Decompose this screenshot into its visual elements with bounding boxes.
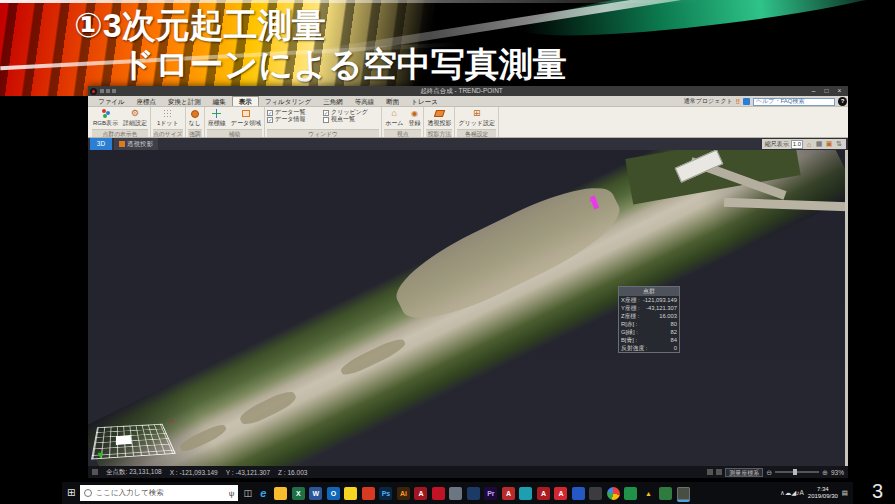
ribbon-tab-row: ファイル座標点変換と計測編集表示フィルタリング三角網等高線断面トレース 通常プロ…	[88, 96, 848, 107]
taskbar-app-icon[interactable]: Ai	[397, 487, 410, 500]
ribbon-tab[interactable]: 編集	[207, 96, 232, 106]
scale-label: 縮尺表示	[765, 140, 789, 149]
axis-marker-icon: +	[170, 418, 174, 425]
status-icon-1[interactable]	[707, 469, 713, 475]
taskbar-app-icon[interactable]	[624, 487, 637, 500]
taskbar-app-icon[interactable]: A	[502, 487, 515, 500]
taskbar-app-icon[interactable]	[607, 487, 620, 500]
notification-icon[interactable]: ▤	[842, 489, 848, 497]
status-grid-icon	[92, 469, 98, 475]
taskbar-app-icon[interactable]: A	[537, 487, 550, 500]
tooltip-title: 点群	[619, 287, 679, 296]
mic-icon[interactable]: ψ	[229, 489, 235, 498]
taskbar-app-icon[interactable]: A	[414, 487, 427, 500]
taskbar-app-icon[interactable]	[572, 487, 585, 500]
ribbon-tab[interactable]: 三角網	[317, 96, 349, 106]
ribbon-tab[interactable]: 表示	[232, 96, 259, 106]
taskbar-app-icon[interactable]	[677, 487, 690, 500]
taskbar-app-icon[interactable]: W	[309, 487, 322, 500]
zoom-slider[interactable]	[775, 471, 819, 473]
taskbar-app-icon[interactable]: O	[327, 487, 340, 500]
register-view-button[interactable]: ◉ 登録	[407, 108, 421, 127]
taskbar-search-input[interactable]: ここに入力して検索 ψ	[80, 485, 238, 501]
home-view-button[interactable]: ⌂ ホーム	[384, 108, 404, 127]
help-search-input[interactable]: ヘルプ・FAQ検索	[753, 98, 835, 106]
ribbon-tab[interactable]: 変換と計測	[162, 96, 207, 106]
dot-grid-icon	[163, 109, 172, 118]
checkbox-icon	[267, 110, 273, 116]
zoom-in-icon[interactable]: ⊕	[822, 468, 828, 477]
coordinate-lines-button[interactable]: 座標線	[207, 108, 227, 127]
window-title: 起終点合成 - TREND-POINT	[116, 86, 807, 96]
windows-taskbar: ⊞ ここに入力して検索 ψ ◫ eXWOPsAiAPrAAA▲ ∧☁◢♪A 7:…	[62, 482, 853, 504]
taskbar-app-icon[interactable]	[362, 487, 375, 500]
region-box-icon	[242, 110, 250, 117]
close-button[interactable]: ×	[833, 86, 846, 96]
vertical-scrollbar[interactable]	[845, 150, 848, 466]
view-toolbar: 縮尺表示 1.0 ⌂ ▦ ▣ ⇅	[762, 139, 846, 149]
tooltip-row: X座標 : -121,093.149	[619, 296, 679, 304]
scale-spinner[interactable]: 1.0	[791, 140, 803, 149]
home-view-icon[interactable]: ⌂	[805, 140, 813, 148]
window-panel-checkbox[interactable]: データ情報	[267, 116, 323, 123]
taskbar-app-icon[interactable]: X	[292, 487, 305, 500]
cursor-x: X : -121,093.149	[170, 469, 218, 476]
tooltip-row: Y座標 : -43,121.307	[619, 304, 679, 312]
tab-perspective[interactable]: 透視投影	[114, 138, 158, 150]
ribbon-tab[interactable]: 等高線	[349, 96, 381, 106]
title-bar: 起終点合成 - TREND-POINT – □ ×	[88, 86, 848, 96]
taskbar-clock[interactable]: 7:34 2019/09/30	[808, 486, 838, 500]
tooltip-row: 反射強度 : 0	[619, 344, 679, 352]
gear-icon: ⚙	[131, 109, 139, 118]
emphasis-none-button[interactable]: なし	[188, 108, 202, 127]
tray-icon[interactable]: A	[799, 489, 803, 496]
point-cloud-viewport[interactable]: 点群 X座標 : -121,093.149 Y座標 : -43,121.307 …	[88, 150, 848, 466]
grid-view-icon[interactable]: ▦	[815, 140, 823, 148]
rgb-dots-icon	[101, 109, 110, 118]
taskbar-app-icon[interactable]	[467, 487, 480, 500]
detail-settings-button[interactable]: ⚙ 詳細設定	[122, 108, 148, 127]
capture-view-icon[interactable]: ▣	[825, 140, 833, 148]
ribbon-tab[interactable]: 座標点	[131, 96, 163, 106]
banner-white-edge	[0, 0, 700, 3]
status-icon-2[interactable]	[716, 469, 722, 475]
window-panel-checkbox[interactable]: 視点一覧	[323, 116, 379, 123]
zoom-slider-knob[interactable]	[793, 469, 797, 475]
ribbon-tab[interactable]: トレース	[405, 96, 443, 106]
point-size-button[interactable]: 1ドット	[156, 108, 180, 127]
ribbon-tab[interactable]: 断面	[380, 96, 405, 106]
rgb-display-button[interactable]: RGB表示	[92, 108, 119, 127]
taskbar-app-icon[interactable]	[432, 487, 445, 500]
data-region-button[interactable]: データ領域	[230, 108, 262, 127]
checkbox-icon	[323, 110, 329, 116]
question-button[interactable]: ?	[838, 97, 847, 106]
license-alert-icon: !!	[736, 98, 740, 105]
taskbar-app-icon[interactable]	[659, 487, 672, 500]
taskbar-app-icon[interactable]: ▲	[642, 487, 655, 500]
taskbar-app-icon[interactable]: Ps	[379, 487, 392, 500]
maximize-button[interactable]: □	[820, 86, 833, 96]
tooltip-row: R[赤] : 80	[619, 320, 679, 328]
ribbon-tab[interactable]: ファイル	[92, 96, 131, 106]
help-icon[interactable]	[743, 98, 750, 105]
taskbar-app-icon[interactable]	[589, 487, 602, 500]
tab-3d-view[interactable]: 3D	[90, 138, 112, 150]
grid-settings-button[interactable]: ⊞ グリッド設定	[457, 108, 496, 127]
taskbar-app-icon[interactable]: A	[554, 487, 567, 500]
minimize-button[interactable]: –	[807, 86, 820, 96]
taskbar-app-icon[interactable]	[519, 487, 532, 500]
start-button[interactable]: ⊞	[67, 482, 75, 504]
taskbar-app-icon[interactable]	[449, 487, 462, 500]
taskbar-app-icon[interactable]: e	[257, 487, 270, 500]
task-view-icon[interactable]: ◫	[243, 488, 252, 498]
perspective-projection-button[interactable]: 透視投影	[426, 108, 452, 127]
taskbar-app-icon[interactable]	[344, 487, 357, 500]
view-tab-bar: 3D 透視投影 縮尺表示 1.0 ⌂ ▦ ▣ ⇅	[88, 138, 848, 150]
zoom-out-icon[interactable]: ⊖	[766, 468, 772, 477]
taskbar-app-icon[interactable]: Pr	[484, 487, 497, 500]
ribbon-tab[interactable]: フィルタリング	[259, 96, 318, 106]
checkbox-icon	[323, 117, 329, 123]
quick-access-toolbar[interactable]	[100, 89, 116, 93]
taskbar-app-icon[interactable]	[274, 487, 287, 500]
spin-icon[interactable]: ⇅	[835, 140, 843, 148]
